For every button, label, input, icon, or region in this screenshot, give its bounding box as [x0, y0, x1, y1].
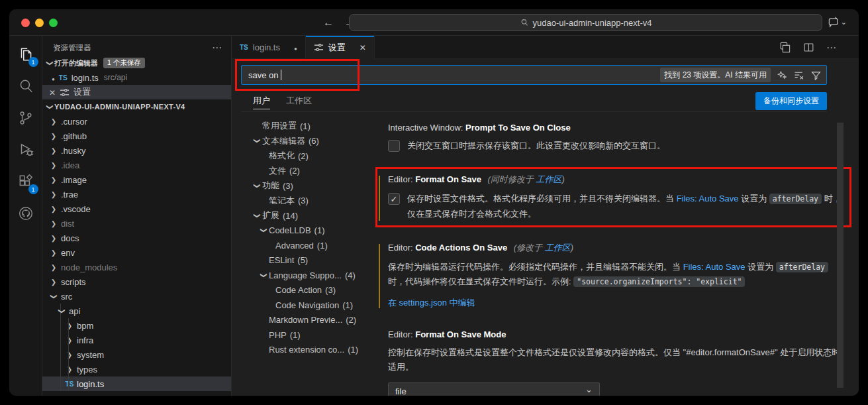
- filter-icon[interactable]: [810, 70, 822, 81]
- format-on-save-mode-select[interactable]: file: [388, 382, 600, 396]
- tree-item-cursor[interactable]: .cursor: [42, 114, 231, 129]
- tree-item-infra[interactable]: infra: [42, 333, 231, 347]
- tree-item-github[interactable]: .github: [42, 129, 231, 143]
- open-editor-settings[interactable]: 设置: [42, 85, 231, 99]
- settings-search-input[interactable]: save on 找到 23 项设置。AI 结果可用: [241, 65, 827, 85]
- modified-dot-icon[interactable]: [294, 42, 297, 52]
- tab-workspace-settings[interactable]: 工作区: [286, 90, 312, 111]
- tab-user-settings[interactable]: 用户: [253, 90, 270, 111]
- tab-bar: TS login.ts 设置: [232, 36, 859, 59]
- workspace-link[interactable]: 工作区: [545, 243, 571, 253]
- command-center-text: yudao-ui-admin-uniapp-next-v4: [533, 18, 652, 28]
- chevron-right-icon: [65, 337, 74, 344]
- settings-search-value: save on: [248, 70, 279, 80]
- tree-item-env[interactable]: env: [42, 245, 231, 260]
- tree-item-husky[interactable]: .husky: [42, 143, 231, 158]
- tree-item-idea[interactable]: .idea: [42, 158, 231, 172]
- files-auto-save-link[interactable]: Files: Auto Save: [677, 194, 739, 203]
- toc-item[interactable]: Advanced(1): [252, 238, 372, 253]
- checkbox-checked[interactable]: [388, 193, 400, 205]
- edit-in-settings-json-link[interactable]: 在 settings.json 中编辑: [388, 297, 475, 309]
- back-icon[interactable]: [323, 17, 334, 29]
- open-editor-login-ts[interactable]: TS login.ts src/api: [42, 70, 231, 85]
- toc-item[interactable]: Code Action(3): [252, 283, 372, 298]
- zoom-window-button[interactable]: [49, 19, 58, 27]
- tree-item-docs[interactable]: docs: [42, 231, 231, 245]
- vscode-window: yudao-ui-admin-uniapp-next-v4 1: [9, 9, 859, 396]
- toc-item[interactable]: Markdown Previe...(2): [252, 313, 372, 328]
- toc-item[interactable]: 功能(3): [252, 178, 372, 194]
- toc-item[interactable]: PHP(1): [252, 327, 372, 343]
- toc-item[interactable]: CodeLLDB(1): [252, 223, 372, 239]
- more-actions-icon[interactable]: [826, 42, 836, 54]
- copilot-menu[interactable]: [827, 16, 847, 29]
- toc-item[interactable]: 常用设置(1): [252, 119, 372, 134]
- modified-in-annotation: (修改于 工作区): [514, 243, 573, 253]
- split-editor-icon[interactable]: [802, 41, 815, 54]
- tab-login-ts[interactable]: TS login.ts: [232, 36, 306, 59]
- chevron-right-icon: [49, 205, 58, 213]
- tree-item-types[interactable]: types: [42, 362, 231, 376]
- toc-item[interactable]: Language Suppo...(4): [252, 268, 372, 283]
- toc-item[interactable]: 文本编辑器(6): [252, 134, 372, 149]
- close-icon[interactable]: [360, 42, 366, 52]
- editor-actions: [779, 36, 859, 59]
- tree-item-system[interactable]: system: [42, 347, 231, 362]
- typescript-file-icon: TS: [59, 74, 68, 82]
- close-icon[interactable]: [49, 87, 56, 97]
- tab-settings[interactable]: 设置: [306, 36, 375, 59]
- vertical-scrollbar[interactable]: [837, 123, 844, 388]
- project-root-header[interactable]: YUDAO-UI-ADMIN-UNIAPP-NEXT-V4: [42, 99, 231, 114]
- open-editors-header[interactable]: 打开的编辑器 1 个未保存: [42, 56, 231, 70]
- chevron-right-icon: [49, 162, 58, 169]
- chevron-expanded-icon: [258, 227, 269, 234]
- settings-list: Interactive Window: Prompt To Save On Cl…: [372, 116, 859, 396]
- toc-item[interactable]: 笔记本(3): [252, 194, 372, 209]
- tree-item-bpm[interactable]: bpm: [42, 318, 231, 333]
- workspace-link[interactable]: 工作区: [536, 174, 561, 184]
- backup-sync-settings-button[interactable]: 备份和同步设置: [755, 92, 827, 110]
- toc-item[interactable]: 扩展(14): [252, 208, 372, 223]
- sidebar-item-github[interactable]: [13, 200, 39, 227]
- sidebar-item-search[interactable]: [13, 73, 39, 99]
- toc-item[interactable]: Code Navigation(1): [252, 298, 372, 313]
- toc-item[interactable]: ESLint(5): [252, 253, 372, 268]
- clear-search-results-icon[interactable]: [793, 70, 804, 81]
- ai-sparkle-icon[interactable]: [777, 70, 787, 80]
- file-tree: .cursor .github .husky .idea .image .tra…: [42, 114, 231, 396]
- more-actions-icon[interactable]: [212, 42, 222, 54]
- tree-item-node-modules[interactable]: node_modules: [42, 260, 231, 274]
- setting-format-on-save-mode: Editor: Format On Save Mode 控制在保存时设置格式是设…: [388, 329, 847, 396]
- tree-item-api[interactable]: api: [42, 304, 231, 318]
- checkbox-unchecked[interactable]: [388, 140, 400, 152]
- minimize-window-button[interactable]: [35, 19, 44, 27]
- sidebar-item-explorer[interactable]: 1: [13, 41, 39, 68]
- search-icon: [17, 78, 34, 95]
- sidebar-item-source-control[interactable]: [13, 105, 39, 131]
- tree-item-trae[interactable]: .trae: [42, 187, 231, 202]
- sidebar-item-extensions[interactable]: 1: [13, 168, 39, 195]
- tree-item-src[interactable]: src: [42, 289, 231, 304]
- chevron-right-icon: [49, 176, 58, 184]
- command-center-search[interactable]: yudao-ui-admin-uniapp-next-v4: [349, 14, 822, 31]
- extensions-badge: 1: [28, 184, 38, 194]
- tree-item-login-ts[interactable]: TSlogin.ts: [42, 376, 231, 391]
- tree-item-image[interactable]: .image: [42, 172, 231, 187]
- settings-scope-tabs: 用户 工作区 备份和同步设置: [241, 90, 827, 112]
- results-count-badge: 找到 23 项设置。AI 结果可用: [660, 68, 771, 82]
- open-settings-json-icon[interactable]: [779, 41, 791, 54]
- tree-item-vscode[interactable]: .vscode: [42, 202, 231, 216]
- sidebar-item-run-debug[interactable]: [13, 137, 39, 163]
- tree-item-dist[interactable]: dist: [42, 216, 231, 231]
- chevron-expanded-icon: [252, 137, 262, 145]
- toc-item[interactable]: 文件(2): [252, 164, 372, 179]
- chevron-expanded-icon: [258, 272, 269, 279]
- run-and-debug-icon: [17, 141, 34, 158]
- toc-item[interactable]: Rust extension co...(1): [252, 343, 372, 358]
- close-window-button[interactable]: [21, 19, 30, 27]
- modified-in-annotation: (同时修改于 工作区): [488, 174, 565, 184]
- settings-search-wrap: save on 找到 23 项设置。AI 结果可用: [241, 65, 827, 85]
- files-auto-save-link[interactable]: Files: Auto Save: [683, 262, 746, 272]
- tree-item-scripts[interactable]: scripts: [42, 274, 231, 289]
- toc-item[interactable]: 格式化(2): [252, 148, 372, 164]
